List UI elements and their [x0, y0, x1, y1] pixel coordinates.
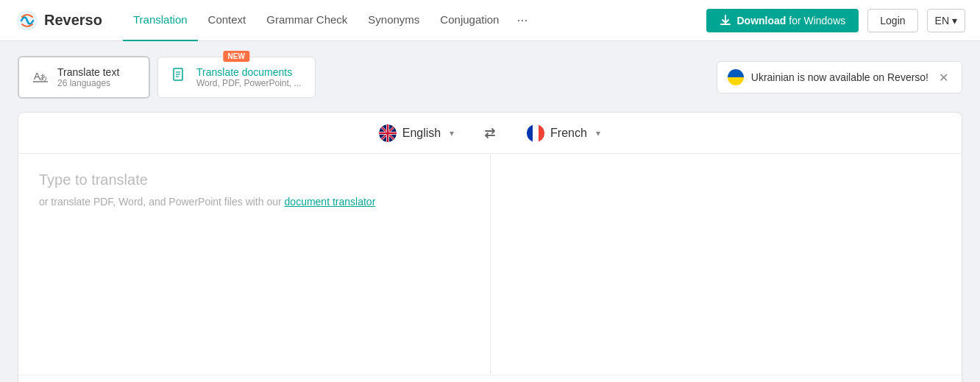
translate-text-title: Translate text: [57, 66, 119, 78]
notification-banner: Ukrainian is now available on Reverso! ✕: [717, 61, 962, 93]
language-switch[interactable]: EN ▾: [927, 9, 965, 32]
english-flag: [379, 124, 397, 142]
svg-text:あ: あ: [40, 73, 47, 81]
logo-text: Reverso: [44, 12, 102, 29]
translate-text-icon: A あ: [32, 68, 49, 88]
source-text-panel[interactable]: Type to translate or translate PDF, Word…: [18, 154, 491, 375]
main-nav: Translation Context Grammar Check Synony…: [123, 0, 707, 41]
translate-docs-subtitle: Word, PDF, PowerPoint, ...: [196, 78, 302, 88]
translate-docs-icon: [171, 68, 188, 88]
nav-more-button[interactable]: ···: [509, 0, 535, 41]
tabs-row: A あ Translate text 26 languages NEW: [18, 56, 962, 99]
translate-docs-title: Translate documents: [196, 66, 302, 78]
nav-item-translation[interactable]: Translation: [123, 0, 198, 41]
lang-switch-chevron: ▾: [952, 15, 957, 26]
notification-text: Ukrainian is now available on Reverso!: [751, 71, 928, 83]
target-language-chevron: ▾: [596, 128, 600, 138]
login-button[interactable]: Login: [867, 9, 917, 32]
logo[interactable]: Reverso: [15, 8, 102, 33]
french-flag: [527, 124, 544, 142]
swap-languages-button[interactable]: [477, 120, 503, 146]
target-language-selector[interactable]: French ▾: [512, 119, 615, 148]
download-icon: [720, 15, 731, 26]
source-placeholder-sub: or translate PDF, Word, and PowerPoint f…: [39, 196, 469, 208]
bottom-bar: ABC Grammar Check: [18, 375, 962, 382]
translate-text-info: Translate text 26 languages: [57, 66, 119, 88]
notification-close-button[interactable]: ✕: [936, 71, 951, 85]
download-button[interactable]: Download for Windows: [706, 9, 859, 32]
language-bar: English ▾ French ▾: [18, 113, 962, 154]
document-translator-link[interactable]: document translator: [285, 196, 376, 208]
swap-icon: [483, 126, 497, 141]
text-panels: Type to translate or translate PDF, Word…: [18, 154, 962, 375]
nav-item-synonyms[interactable]: Synonyms: [358, 0, 430, 41]
nav-item-grammar-check[interactable]: Grammar Check: [256, 0, 358, 41]
translation-box: English ▾ French ▾: [18, 112, 962, 382]
tab-translate-docs[interactable]: Translate documents Word, PDF, PowerPoin…: [157, 57, 316, 98]
download-label: Download: [736, 15, 786, 26]
header-right: Download for Windows Login EN ▾: [706, 9, 965, 32]
new-badge: NEW: [224, 51, 249, 62]
source-language-selector[interactable]: English ▾: [365, 119, 468, 148]
source-placeholder-main: Type to translate: [39, 171, 469, 188]
lang-switch-label: EN: [935, 15, 949, 26]
tab-translate-docs-wrapper: NEW Translate documents Word, PDF, Power…: [157, 57, 316, 98]
download-suffix: for Windows: [786, 15, 845, 26]
ukraine-flag: [728, 69, 744, 85]
nav-item-conjugation[interactable]: Conjugation: [430, 0, 509, 41]
tab-translate-text[interactable]: A あ Translate text 26 languages: [18, 56, 150, 99]
target-language-name: French: [550, 127, 587, 140]
translate-text-subtitle: 26 languages: [57, 78, 119, 88]
main-content: A あ Translate text 26 languages NEW: [0, 41, 980, 382]
source-language-name: English: [402, 127, 441, 140]
placeholder-sub-prefix: or translate PDF, Word, and PowerPoint f…: [39, 196, 285, 208]
nav-item-context[interactable]: Context: [198, 0, 257, 41]
target-text-panel: [491, 154, 962, 375]
logo-icon: [15, 8, 40, 33]
translate-docs-info: Translate documents Word, PDF, PowerPoin…: [196, 66, 302, 88]
source-language-chevron: ▾: [450, 128, 454, 138]
